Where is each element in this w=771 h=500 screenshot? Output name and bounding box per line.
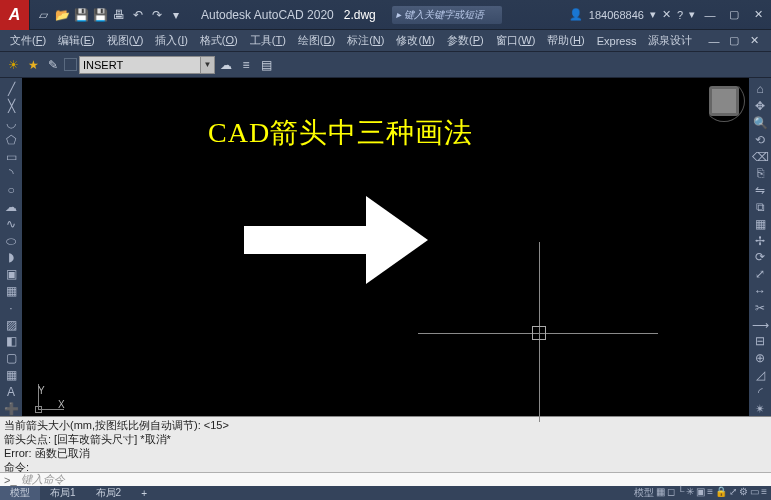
close-button[interactable]: ✕ [749,8,767,22]
menu-dimension[interactable]: 标注(N) [341,31,390,50]
doc-minimize-button[interactable]: — [705,34,723,48]
ellipse-tool[interactable]: ⬭ [2,233,20,248]
tool-sun-icon[interactable]: ☀ [4,56,22,74]
menu-parametric[interactable]: 参数(P) [441,31,490,50]
plot-icon[interactable]: 🖶 [110,6,128,24]
command-input[interactable]: >_ 键入命令 [0,472,771,486]
search-input[interactable]: ▸ 键入关键字或短语 [392,6,502,24]
trim-tool[interactable]: ✂ [751,300,769,315]
status-polar-icon[interactable]: ✳ [686,486,694,500]
nav-home-icon[interactable]: ⌂ [751,82,769,97]
erase-tool[interactable]: ⌫ [751,149,769,164]
insert-block-input[interactable] [79,56,201,74]
menu-format[interactable]: 格式(O) [194,31,244,50]
tab-layout1[interactable]: 布局1 [40,486,86,500]
menu-edit[interactable]: 编辑(E) [52,31,101,50]
status-grid-icon[interactable]: ▦ [656,486,665,500]
status-scale-icon[interactable]: ⤢ [729,486,737,500]
gradient-tool[interactable]: ◧ [2,334,20,349]
drawing-area[interactable]: CAD箭头中三种画法 Y X [22,78,749,416]
move-tool[interactable]: ✢ [751,233,769,248]
tool-star-icon[interactable]: ★ [24,56,42,74]
hatch-tool[interactable]: ▨ [2,317,20,332]
stretch-tool[interactable]: ↔ [751,284,769,299]
status-model[interactable]: 模型 [634,486,654,500]
help-icon[interactable]: ? [677,9,683,21]
menu-help[interactable]: 帮助(H) [541,31,590,50]
new-icon[interactable]: ▱ [34,6,52,24]
arc-tool[interactable]: ◝ [2,166,20,181]
minimize-button[interactable]: — [701,8,719,22]
status-lwt-icon[interactable]: ≡ [707,486,713,500]
app-exchange-icon[interactable]: ✕ [662,8,671,21]
region-tool[interactable]: ▢ [2,351,20,366]
help-dropdown-icon[interactable]: ▾ [689,8,695,21]
mtext-tool[interactable]: A [2,384,20,399]
revcloud-tool[interactable]: ☁ [2,200,20,215]
tool-edit-icon[interactable]: ✎ [44,56,62,74]
menu-insert[interactable]: 插入(I) [149,31,193,50]
menu-modify[interactable]: 修改(M) [390,31,441,50]
rectangle-tool[interactable]: ▭ [2,149,20,164]
makeblock-tool[interactable]: ▦ [2,284,20,299]
insertblock-tool[interactable]: ▣ [2,267,20,282]
status-cleanscreen-icon[interactable]: ▭ [750,486,759,500]
join-tool[interactable]: ⊕ [751,351,769,366]
menu-draw[interactable]: 绘图(D) [292,31,341,50]
rotate-tool[interactable]: ⟳ [751,250,769,265]
table-tool[interactable]: ▦ [2,368,20,383]
polyline-tool[interactable]: ◡ [2,116,20,131]
break-tool[interactable]: ⊟ [751,334,769,349]
signin-icon[interactable]: 👤 [569,8,583,21]
tool-layers-icon[interactable]: ≡ [237,56,255,74]
status-snap-icon[interactable]: ◻ [667,486,675,500]
nav-pan-icon[interactable]: ✥ [751,99,769,114]
scale-tool[interactable]: ⤢ [751,267,769,282]
mirror-tool[interactable]: ⇋ [751,183,769,198]
save-icon[interactable]: 💾 [72,6,90,24]
fillet-tool[interactable]: ◜ [751,384,769,399]
redo-icon[interactable]: ↷ [148,6,166,24]
status-workspace-icon[interactable]: ⚙ [739,486,748,500]
ellipsearc-tool[interactable]: ◗ [2,250,20,265]
command-history[interactable]: 当前箭头大小(mm,按图纸比例自动调节): <15> 箭头尖点: [回车改箭头尺… [0,416,771,472]
nav-zoom-icon[interactable]: 🔍 [751,116,769,131]
saveas-icon[interactable]: 💾 [91,6,109,24]
tab-layout2[interactable]: 布局2 [86,486,132,500]
insert-block-combo[interactable]: ▼ [79,56,215,74]
nav-orbit-icon[interactable]: ⟲ [751,132,769,147]
insert-dropdown-icon[interactable]: ▼ [201,56,215,74]
offset-tool[interactable]: ⧉ [751,200,769,215]
undo-icon[interactable]: ↶ [129,6,147,24]
menu-yuanquan[interactable]: 源泉设计 [642,31,698,50]
line-tool[interactable]: ╱ [2,82,20,97]
extend-tool[interactable]: ⟶ [751,317,769,332]
tool-cloud-icon[interactable]: ☁ [217,56,235,74]
status-customize-icon[interactable]: ≡ [761,486,767,500]
menu-window[interactable]: 窗口(W) [490,31,542,50]
xline-tool[interactable]: ╳ [2,99,20,114]
doc-close-button[interactable]: ✕ [745,34,763,48]
tool-props-icon[interactable]: ▤ [257,56,275,74]
menu-file[interactable]: 文件(F) [4,31,52,50]
maximize-button[interactable]: ▢ [725,8,743,22]
viewcube[interactable] [709,86,739,116]
spline-tool[interactable]: ∿ [2,216,20,231]
copy-tool[interactable]: ⎘ [751,166,769,181]
explode-checkbox[interactable] [64,58,77,71]
circle-tool[interactable]: ○ [2,183,20,198]
app-logo[interactable]: A [0,0,30,30]
user-dropdown-icon[interactable]: ▾ [650,8,656,21]
menu-view[interactable]: 视图(V) [101,31,150,50]
tab-model[interactable]: 模型 [0,486,40,500]
point-tool[interactable]: ∙ [2,300,20,315]
addselected-tool[interactable]: ➕ [2,401,20,416]
menu-tools[interactable]: 工具(T) [244,31,292,50]
tab-add[interactable]: + [131,486,157,500]
status-osnap-icon[interactable]: ▣ [696,486,705,500]
status-annoscale-icon[interactable]: 🔒 [715,486,727,500]
status-ortho-icon[interactable]: └ [677,486,684,500]
polygon-tool[interactable]: ⬠ [2,132,20,147]
user-name[interactable]: 184068846 [589,9,644,21]
menu-express[interactable]: Express [591,33,643,49]
